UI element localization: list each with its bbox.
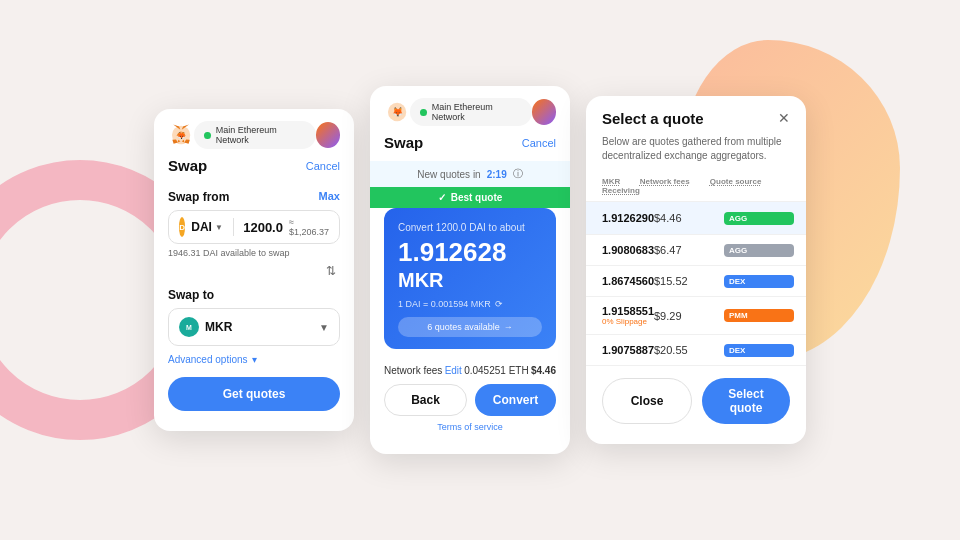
- card1-cancel[interactable]: Cancel: [306, 160, 340, 172]
- quotes-available-button[interactable]: 6 quotes available →: [398, 317, 542, 337]
- swap-arrow-row: ⇅: [154, 260, 354, 282]
- advanced-options-label: Advanced options: [168, 354, 248, 365]
- card-swap-preview: 🦊 Main Ethereum Network Swap Cancel New …: [370, 86, 570, 454]
- quote-amount: 1.9158551: [602, 305, 654, 317]
- quotes-list: 1.9126290 $4.46AGG✓ 1.9080683 $6.47AGG› …: [586, 201, 806, 365]
- quote-fee: $15.52: [654, 275, 724, 287]
- network-fees-row: Network fees Edit 0.045251 ETH $4.46: [370, 359, 570, 384]
- cards-container: 🦊 Main Ethereum Network Swap Cancel Swap…: [154, 86, 806, 454]
- source-badge: AGG: [724, 212, 794, 225]
- swap-from-label: Swap from Max: [154, 184, 354, 210]
- close-button[interactable]: ✕: [778, 110, 790, 126]
- quote-amount: 1.9080683: [602, 244, 654, 256]
- source-badge: DEX: [724, 344, 794, 357]
- back-button[interactable]: Back: [384, 384, 467, 416]
- advanced-options-chevron: ▾: [252, 354, 257, 365]
- from-token-row: D DAI ▼ 1200.0 ≈ $1,206.37: [168, 210, 340, 244]
- quote-amount: 1.9075887: [602, 344, 654, 356]
- convert-text: Convert 1200.0 DAI to about: [398, 222, 542, 233]
- dai-icon: D: [179, 217, 185, 237]
- network-fees-label: Network fees: [384, 365, 442, 376]
- card3-title: Select a quote: [602, 110, 704, 127]
- to-token-label: MKR: [205, 320, 313, 334]
- network-pill-2[interactable]: Main Ethereum Network: [410, 98, 532, 126]
- card2-buttons: Back Convert: [370, 384, 570, 416]
- quote-row[interactable]: 1.9158551 0% Slippage $9.29PMM›: [586, 296, 806, 334]
- card1-title-row: Swap Cancel: [154, 157, 354, 184]
- countdown: 2:19: [487, 169, 507, 180]
- quote-row[interactable]: 1.8674560 $15.52DEX›: [586, 265, 806, 296]
- best-quote-label: Best quote: [451, 192, 503, 203]
- edit-fees-link[interactable]: Edit: [445, 365, 462, 376]
- new-quotes-bar: New quotes in 2:19 ⓘ: [370, 161, 570, 187]
- swap-arrows-icon: ⇅: [322, 262, 340, 280]
- check-icon: ✓: [438, 192, 446, 203]
- mkr-icon: M: [179, 317, 199, 337]
- card-swap-input: 🦊 Main Ethereum Network Swap Cancel Swap…: [154, 109, 354, 431]
- refresh-icon: ⟳: [495, 299, 503, 309]
- col-source: Quote source: [710, 177, 780, 195]
- convert-button[interactable]: Convert: [475, 384, 556, 416]
- quote-row[interactable]: 1.9126290 $4.46AGG✓: [586, 201, 806, 234]
- quote-fee: $20.55: [654, 344, 724, 356]
- from-token-label: DAI: [191, 220, 212, 234]
- available-text: 1946.31 DAI available to swap: [154, 244, 354, 260]
- from-token-chevron: ▼: [215, 223, 223, 232]
- svg-text:🦊: 🦊: [392, 106, 404, 118]
- arrow-right-icon: →: [504, 322, 513, 332]
- metamask-icon: 🦊: [168, 121, 194, 149]
- quote-fee: $4.46: [654, 212, 724, 224]
- card2-cancel[interactable]: Cancel: [522, 137, 556, 149]
- metamask-icon-2: 🦊: [384, 98, 410, 126]
- rate-text: 1 DAI = 0.001594 MKR: [398, 299, 491, 309]
- fees-usd: $4.46: [531, 365, 556, 376]
- card2-header: 🦊 Main Ethereum Network: [370, 86, 570, 134]
- card3-subtitle: Below are quotes gathered from multiple …: [586, 135, 806, 173]
- network-pill-1[interactable]: Main Ethereum Network: [194, 121, 316, 149]
- quotes-table-header: MKR Receiving Network fees Quote source: [586, 173, 806, 201]
- amount-input[interactable]: 1200.0: [243, 220, 283, 235]
- to-token-row: M MKR ▼: [168, 308, 340, 346]
- fees-eth: 0.045251 ETH: [464, 365, 529, 376]
- network-label-2: Main Ethereum Network: [432, 102, 522, 122]
- network-dot-2: [420, 109, 427, 116]
- amount-usd: ≈ $1,206.37: [289, 217, 329, 237]
- card2-title-row: Swap Cancel: [370, 134, 570, 161]
- network-label-1: Main Ethereum Network: [216, 125, 306, 145]
- card2-title: Swap: [384, 134, 423, 151]
- network-dot-1: [204, 132, 211, 139]
- avatar-2: [532, 99, 556, 125]
- advanced-options[interactable]: Advanced options ▾: [154, 346, 354, 365]
- quote-row[interactable]: 1.9080683 $6.47AGG›: [586, 234, 806, 265]
- card3-header: Select a quote ✕: [586, 96, 806, 135]
- source-badge: AGG: [724, 244, 794, 257]
- quote-amount: 1.8674560: [602, 275, 654, 287]
- swap-to-label: Swap to: [154, 282, 354, 308]
- new-quotes-prefix: New quotes in: [417, 169, 480, 180]
- card-select-quote: Select a quote ✕ Below are quotes gather…: [586, 96, 806, 444]
- quotes-available-label: 6 quotes available: [427, 322, 500, 332]
- to-token-chevron: ▼: [319, 322, 329, 333]
- svg-text:🦊: 🦊: [177, 131, 186, 140]
- col-fees: Network fees: [640, 177, 710, 195]
- from-token-select[interactable]: DAI ▼: [191, 220, 223, 234]
- max-link[interactable]: Max: [319, 190, 340, 202]
- card3-buttons: Close Select quote: [586, 365, 806, 428]
- quote-fee: $6.47: [654, 244, 724, 256]
- source-badge: PMM: [724, 309, 794, 322]
- info-icon: ⓘ: [513, 167, 523, 181]
- col-receiving: MKR Receiving: [602, 177, 640, 195]
- rate-row: 1 DAI = 0.001594 MKR ⟳: [398, 299, 542, 309]
- quote-fee: $9.29: [654, 310, 724, 322]
- best-quote-banner: ✓ Best quote: [370, 187, 570, 208]
- select-quote-button[interactable]: Select quote: [702, 378, 790, 424]
- get-quotes-button[interactable]: Get quotes: [168, 377, 340, 411]
- terms-link[interactable]: Terms of service: [370, 416, 570, 438]
- source-badge: DEX: [724, 275, 794, 288]
- close-quote-button[interactable]: Close: [602, 378, 692, 424]
- card1-header: 🦊 Main Ethereum Network: [154, 109, 354, 157]
- quote-row[interactable]: 1.9075887 $20.55DEX›: [586, 334, 806, 365]
- card1-title: Swap: [168, 157, 207, 174]
- receive-amount: 1.912628 MKR: [398, 239, 542, 291]
- blue-conversion-box: Convert 1200.0 DAI to about 1.912628 MKR…: [384, 208, 556, 349]
